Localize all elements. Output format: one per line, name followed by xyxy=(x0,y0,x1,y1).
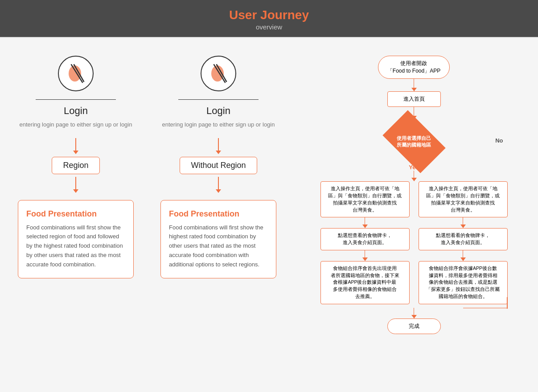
col1-food-card: Food Presentation Food combinations will… xyxy=(18,200,134,279)
flow-two-cols: 進入操作主頁，使用者可依「地 區」與「食物類別」自行瀏覽，或 拍攝菜單文字來自動… xyxy=(312,181,517,304)
flow-start-node: 使用者開啟 「Food to Food」APP xyxy=(312,56,517,79)
flow-yes-node2: 點選想查看的食物牌卡， 進入美食介紹頁面。 xyxy=(320,228,410,250)
journey-col-no-region: Login entering login page to either sign… xyxy=(156,56,281,334)
flow-no-label: No xyxy=(495,137,503,144)
flow-no-node2: 點選想看看的食物牌卡， 進入美食介紹頁面。 xyxy=(419,228,508,250)
flow-homepage-box: 進入首頁 xyxy=(387,91,441,107)
main-content: Login entering login page to either sign… xyxy=(0,38,538,347)
flow-homepage-node: 進入首頁 xyxy=(312,91,517,107)
flow-converge xyxy=(312,308,517,318)
flow-arrow-yes xyxy=(414,171,415,178)
flow-yes-node1: 進入操作主頁，使用者可依「地 區」與「食物類別」自行瀏覽，或 拍攝菜單文字來自動… xyxy=(320,181,410,217)
col2-login-desc: entering login page to either sign up or… xyxy=(162,120,275,129)
col2-food-card: Food Presentation Food combinations will… xyxy=(160,200,276,279)
journey-col-region: Login entering login page to either sign… xyxy=(13,56,138,334)
col2-food-title: Food Presentation xyxy=(169,209,268,219)
page-subtitle: overview xyxy=(0,23,538,31)
page-header: User Journey overview xyxy=(0,0,538,37)
flow-no-node1: 進入操作主頁，使用者可依「地 區」與「食物類別」自行瀏覽，或 拍攝菜單文字來自動… xyxy=(419,181,508,217)
login-icon-no-region xyxy=(201,56,236,91)
journey-columns: Login entering login page to either sign… xyxy=(13,56,299,334)
col2-divider xyxy=(178,99,259,100)
flow-merge-line xyxy=(463,308,508,309)
flow-yes-col: 進入操作主頁，使用者可依「地 區」與「食物類別」自行瀏覽，或 拍攝菜單文字來自動… xyxy=(318,181,412,304)
col1-food-title: Food Presentation xyxy=(26,209,125,219)
col1-arrow2 xyxy=(73,177,78,193)
flow-arrow-yes-tri xyxy=(411,178,417,181)
flow-diamond-shape xyxy=(382,110,445,173)
col1-food-text: Food combinations will first show the se… xyxy=(26,223,125,270)
col1-arrow1 xyxy=(73,138,78,154)
col1-divider xyxy=(36,99,116,100)
col1-login-desc: entering login page to either sign up or… xyxy=(20,120,132,129)
col1-login-label: Login xyxy=(64,105,88,117)
col1-region-box: Region xyxy=(52,157,99,174)
flow-end-node: 完成 xyxy=(312,318,517,334)
flow-arrow-1 xyxy=(312,79,517,91)
flow-no-node3: 食物組合排序會依據APP後台數 據資料，排用最多使用者覺得相 像的食物組合去推薦… xyxy=(419,261,508,304)
flow-decision-wrap: 使用者選擇自己 所屬的國籍地區 No xyxy=(312,119,517,164)
col2-login-label: Login xyxy=(206,105,230,117)
flow-merge-vert xyxy=(507,297,508,309)
col2-food-text: Food combinations will first show the hi… xyxy=(169,223,268,270)
login-icon-region xyxy=(58,56,94,91)
flow-yes-node3: 食物組合排序會首先出現使用 者所選國籍地區的食物，接下來 會根據APP後台數據資… xyxy=(320,261,410,304)
flowchart-section: 使用者開啟 「Food to Food」APP 進入首頁 xyxy=(299,56,525,334)
page-title: User Journey xyxy=(0,8,538,22)
flow-diamond-container: 使用者選擇自己 所屬的國籍地區 xyxy=(387,124,441,159)
flow-start-box: 使用者開啟 「Food to Food」APP xyxy=(378,56,450,79)
flow-end-box: 完成 xyxy=(387,318,441,334)
flowchart: 使用者開啟 「Food to Food」APP 進入首頁 xyxy=(312,56,517,334)
col2-arrow2 xyxy=(216,177,221,193)
col2-arrow1 xyxy=(216,138,221,154)
flow-no-col: 進入操作主頁，使用者可依「地 區」與「食物類別」自行瀏覽，或 拍攝菜單文字來自動… xyxy=(416,181,510,304)
col2-region-box: Without Region xyxy=(180,157,257,174)
